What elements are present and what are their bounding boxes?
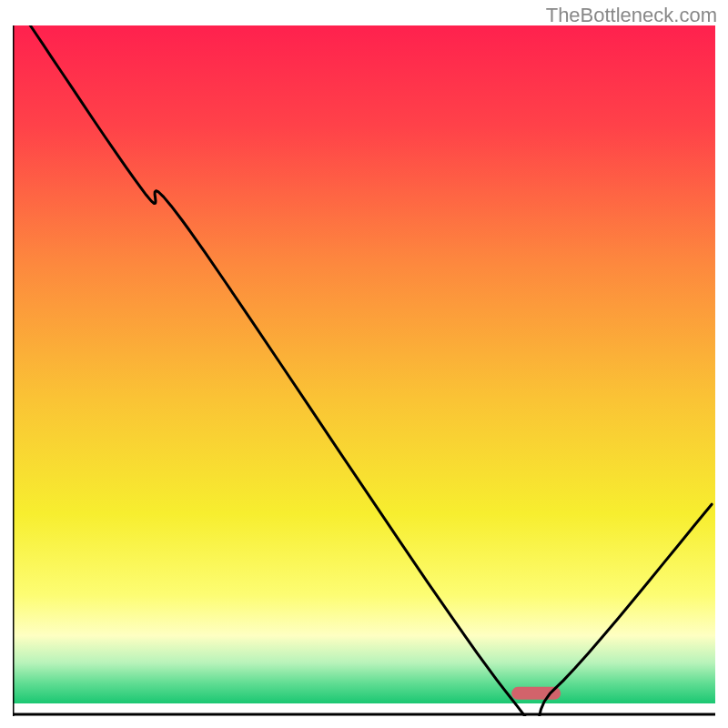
watermark-text: TheBottleneck.com xyxy=(546,4,717,27)
chart-svg xyxy=(13,25,715,716)
chart-background xyxy=(13,25,715,703)
bottleneck-chart xyxy=(13,25,715,716)
